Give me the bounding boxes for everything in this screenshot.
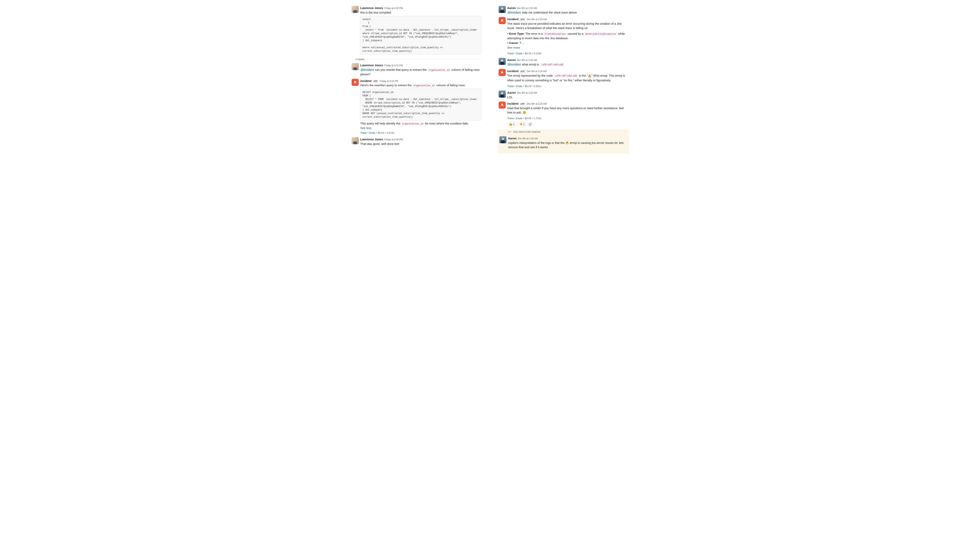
author-name[interactable]: incident — [507, 17, 519, 22]
timestamp[interactable]: Dec 8th at 2:25 AM — [527, 102, 547, 106]
author-name[interactable]: Lawrence Jones — [360, 6, 383, 10]
duration: 2.451s — [534, 85, 541, 88]
duration: 4.612s — [387, 131, 394, 134]
svg-point-2 — [354, 64, 357, 67]
channel-notice: #↩ Also sent to the channel — [498, 129, 629, 134]
avatar[interactable] — [499, 136, 506, 143]
trace-link[interactable]: Trace — [360, 131, 367, 134]
message-text: @incident help me understand the stack t… — [507, 10, 628, 15]
inline-code: organisation_id — [401, 122, 424, 126]
app-badge: APP — [373, 80, 378, 83]
svg-point-6 — [501, 7, 503, 10]
message-text: @incident what emoji is \xF0\x9F\x94\xA5 — [507, 62, 628, 67]
channel-icon: #↩ — [508, 130, 512, 134]
svg-rect-3 — [353, 68, 357, 70]
timestamp[interactable]: Dec 8th at 2:24 AM — [527, 70, 547, 73]
evals-link[interactable]: Evals — [516, 85, 522, 88]
duration
: 1.723s — [534, 117, 541, 120]
thread-left: Lawrence Jones Friday at 4:32 PM this is… — [351, 5, 482, 153]
avatar[interactable] — [499, 91, 506, 98]
avatar[interactable] — [352, 137, 359, 144]
cost: $0.04 — [378, 131, 384, 134]
list-item: • Error Type: The error is a CreateExcep… — [507, 31, 628, 40]
author-name[interactable]: Aaron — [507, 6, 516, 10]
message: Lawrence Jones Friday at 4:32 PM this is… — [351, 5, 482, 57]
trace-link[interactable]: Trace — [507, 52, 514, 55]
svg-point-12 — [529, 123, 531, 126]
timestamp[interactable]: Friday at 4:32 PM — [384, 64, 403, 68]
message: incident APP Dec 8th at 2:24 AM The emoj… — [498, 68, 629, 89]
message: Aaron Dec 8th at 2:23 AM @incident help … — [498, 5, 629, 16]
cost: $0.09 — [525, 117, 531, 120]
fire-emoji-icon: 🔥 — [565, 141, 569, 144]
message-text: LOL — [507, 95, 628, 99]
timestamp[interactable]: Dec 8th at 2:26 AM — [517, 137, 538, 141]
svg-point-0 — [354, 7, 357, 10]
inline-code: organisation_id — [428, 68, 451, 72]
message: Aaron Dec 8th at 2:24 AM @incident what … — [498, 57, 629, 68]
mention[interactable]: @incident — [360, 68, 374, 71]
message: incident APP Friday at 4:32 PM Here's th… — [351, 78, 482, 136]
timestamp[interactable]: Dec 8th at 2:23 AM — [517, 7, 537, 10]
timestamp[interactable]: Dec 8th at 2:25 AM — [517, 91, 537, 95]
message-text: copilot's interpretation of the logs is … — [508, 141, 627, 149]
thumbs-down-emoji-icon: 👎 — [519, 122, 522, 126]
author-name[interactable]: Lawrence Jones — [360, 137, 383, 142]
message: Aaron Dec 8th at 2:25 AM LOL — [498, 89, 629, 101]
evals-link[interactable]: Evals — [516, 52, 522, 55]
avatar[interactable] — [499, 58, 506, 65]
message: Lawrence Jones Friday at 4:39 PM That wa… — [351, 136, 482, 147]
reactions: 😏1 👎1 — [507, 122, 628, 127]
app-badge: APP — [520, 103, 526, 106]
code-block[interactable]: SELECT organisation_id FROM ( SELECT * F… — [360, 89, 481, 121]
list-item: • Cause: T… — [507, 41, 628, 45]
author-name[interactable]: Aaron — [508, 136, 516, 141]
evals-link[interactable]: Evals — [516, 117, 522, 120]
thread-reply-count[interactable]: 3 replies — [355, 58, 482, 61]
see-less-link[interactable]: See less — [360, 126, 481, 130]
timestamp[interactable]: Friday at 4:39 PM — [384, 138, 403, 142]
svg-rect-7 — [501, 10, 504, 13]
avatar[interactable] — [352, 79, 359, 86]
message-text: @incident can you rewrite that query to … — [360, 68, 481, 76]
avatar[interactable] — [352, 63, 359, 70]
timestamp[interactable]: Friday at 4:32 PM — [384, 7, 403, 10]
author-name[interactable]: Aaron — [507, 91, 516, 95]
author-name[interactable]: Aaron — [507, 58, 516, 62]
trace-link[interactable]: Trace — [507, 85, 514, 88]
author-name[interactable]: incident — [507, 69, 519, 73]
smirk-emoji-icon: 😏 — [509, 122, 512, 126]
reaction[interactable]: 👎1 — [517, 122, 526, 127]
timestamp[interactable]: Dec 8th at 2:24 AM — [517, 59, 537, 62]
avatar[interactable] — [499, 6, 506, 13]
code-block[interactable]: select 1 from ( select * from `incident-… — [360, 16, 481, 55]
trace-link[interactable]: Trace — [507, 117, 514, 120]
timestamp[interactable]: Dec 8th at 2:23 AM — [527, 18, 547, 22]
see-more-link[interactable]: See more — [507, 45, 628, 50]
cost: $0.33 — [525, 52, 531, 55]
message-meta: Trace•Evals•$0.33•4.218s — [507, 52, 628, 55]
mention[interactable]: @incident — [507, 63, 521, 66]
mention[interactable]: @incident — [507, 11, 521, 14]
message-text: this is the test compiled: — [360, 11, 392, 14]
svg-rect-9 — [501, 62, 504, 65]
fire-emoji-icon: 🔥 — [588, 74, 592, 78]
timestamp[interactable]: Friday at 4:32 PM — [380, 79, 398, 83]
add-reaction-button[interactable] — [527, 122, 533, 127]
message-text: This query will help identify the organi… — [360, 121, 481, 126]
author-name[interactable]: incident — [360, 79, 372, 83]
svg-point-4 — [354, 138, 357, 141]
author-name[interactable]: incident — [507, 101, 519, 106]
author-name[interactable]: Lawrence Jones — [360, 63, 383, 68]
avatar[interactable] — [499, 101, 506, 109]
avatar[interactable] — [352, 6, 359, 13]
inline-code: \xF0\x9F\x94\xA5 — [554, 74, 578, 78]
message-meta: Trace•Evals•$0.04•4.612s — [360, 131, 481, 135]
avatar[interactable] — [499, 17, 506, 24]
message-text: Glad that brought a smile! If you have a… — [507, 106, 628, 115]
svg-rect-11 — [501, 95, 504, 98]
avatar[interactable] — [499, 69, 506, 76]
cost: $0.23 — [525, 85, 531, 88]
reaction[interactable]: 😏1 — [507, 122, 516, 127]
evals-link[interactable]: Evals — [369, 131, 375, 134]
